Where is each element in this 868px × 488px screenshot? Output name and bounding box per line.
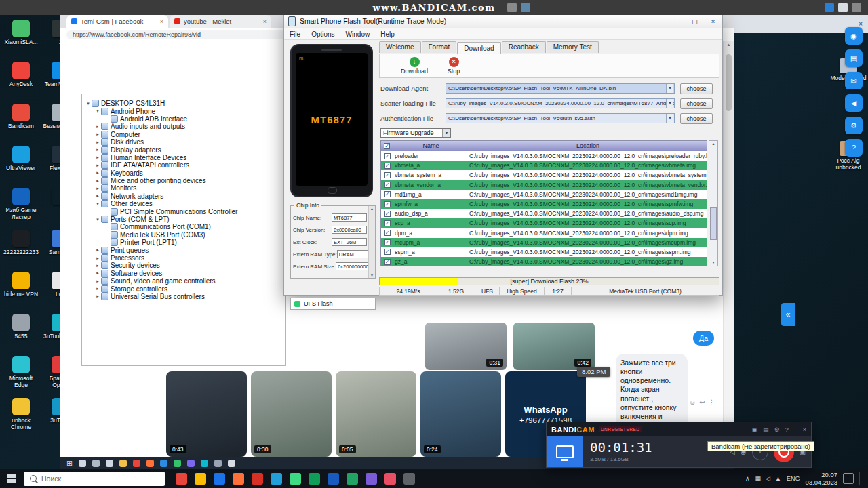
chat-action-icon[interactable]: ☺ — [689, 399, 696, 406]
toolbar-icon[interactable]: ▤ — [845, 49, 863, 67]
row-checkbox[interactable] — [381, 239, 393, 245]
file-path-input[interactable]: C:\Users\centl\Desktop\v.5\SP_Flash_Tool… — [446, 83, 675, 94]
toolbar-icon[interactable]: ◀ — [845, 94, 863, 112]
location-column-header[interactable]: Location — [469, 141, 707, 151]
taskbar-app-icon[interactable] — [79, 460, 86, 467]
choose-button[interactable]: choose — [680, 98, 713, 109]
desktop-shortcut[interactable]: 5455 — [1, 310, 41, 352]
taskbar-app-icon[interactable] — [309, 473, 320, 485]
desktop-shortcut[interactable]: XiaomiSLA... — [1, 16, 41, 58]
scroll-up-icon[interactable]: ▲ — [724, 41, 734, 49]
taskbar-app-icon[interactable] — [252, 473, 263, 485]
row-checkbox[interactable] — [381, 249, 393, 255]
tree-item[interactable]: ▸ Keyboards — [83, 169, 285, 177]
desktop-shortcut[interactable]: hide.me VPN — [1, 268, 41, 310]
flash-mode-select[interactable]: Firmware Upgrade — [380, 128, 451, 138]
tree-item[interactable]: ▸ Universal Serial Bus controllers — [83, 293, 285, 300]
tree-expander-icon[interactable]: ▸ — [94, 270, 101, 276]
taskbar-app-icon[interactable] — [233, 473, 244, 485]
scroll-up-icon[interactable]: ▲ — [709, 141, 717, 147]
taskbar-app-icon[interactable] — [92, 460, 100, 467]
tree-item[interactable]: PCI Simple Communications Controller — [83, 207, 285, 215]
scrollbar-thumb[interactable] — [726, 54, 732, 111]
partition-row[interactable]: spmfw_a C:\ruby_images_V14.0.3.0.SMOCNXM… — [381, 199, 707, 209]
toolbar-icon[interactable]: ? — [845, 139, 863, 157]
tree-expander-icon[interactable]: ▸ — [94, 147, 101, 152]
tray-icon[interactable]: ▦ — [755, 475, 762, 482]
desktop-shortcut[interactable]: Microsoft Edge — [1, 352, 41, 394]
tray-icon[interactable]: ▲ — [775, 475, 781, 482]
row-checkbox[interactable] — [381, 153, 393, 159]
close-icon[interactable]: × — [859, 20, 863, 28]
bandicam-toolbar-icon[interactable]: ⚙ — [774, 426, 780, 433]
partition-row[interactable]: mcupm_a C:\ruby_images_V14.0.3.0.SMOCNXM… — [381, 238, 707, 247]
flash-tool-tab[interactable]: Readback — [502, 41, 546, 53]
taskbar-app-icon[interactable] — [176, 473, 187, 485]
choose-button[interactable]: choose — [680, 83, 713, 94]
tree-expander-icon[interactable]: ▸ — [94, 186, 101, 191]
partition-row[interactable]: sspm_a C:\ruby_images_V14.0.3.0.SMOCNXM_… — [381, 247, 707, 257]
flash-tool-tab[interactable]: Memory Test — [547, 41, 599, 53]
taskbar-app-icon[interactable] — [119, 460, 127, 467]
video-thumbnail[interactable]: 0:30 — [251, 371, 332, 457]
chat-outgoing-message[interactable]: Да — [693, 331, 714, 346]
video-thumbnail[interactable]: 0:05 — [336, 371, 416, 457]
menu-item[interactable]: Window — [340, 30, 376, 38]
tree-expander-icon[interactable]: ▾ — [94, 201, 101, 207]
file-path-input[interactable]: C:\ruby_images_V14.0.3.0.SMOCNXM_2023022… — [446, 98, 675, 108]
toolbar-icon[interactable]: ⚙ — [845, 117, 863, 134]
partition-row[interactable]: scp_a C:\ruby_images_V14.0.3.0.SMOCNXM_2… — [381, 218, 707, 228]
row-checkbox[interactable] — [381, 182, 393, 188]
device-manager-tree[interactable]: ▾ DESKTOP-CS4L31H ▾ Android Phone Androi… — [81, 94, 286, 366]
tree-item[interactable]: ▸ Software devices — [83, 270, 285, 277]
page-scrollbar[interactable]: ▲ ▼ — [723, 41, 734, 458]
tray-icon[interactable]: ◁ — [766, 475, 770, 482]
desktop-shortcut[interactable]: AnyDesk — [1, 58, 41, 100]
tree-item[interactable]: ▸ Network adapters — [83, 192, 285, 200]
browser-tab-youtube[interactable]: youtube - Meklēt × — [170, 15, 271, 28]
toolbar-icon[interactable]: ◉ — [845, 27, 863, 45]
desktop-shortcut[interactable]: 22222222233 — [1, 226, 41, 268]
recording-target-button[interactable] — [547, 436, 583, 467]
video-thumbnail[interactable]: 0:31 — [425, 323, 507, 370]
partition-row[interactable]: vbmeta_system_a C:\ruby_images_V14.0.3.0… — [381, 170, 707, 180]
tree-item[interactable]: Android ADB Interface — [83, 115, 285, 123]
tree-expander-icon[interactable]: ▸ — [94, 131, 101, 137]
tree-expander-icon[interactable]: ▾ — [85, 101, 92, 106]
row-checkbox[interactable] — [381, 259, 393, 265]
taskbar-app-icon[interactable] — [347, 473, 358, 485]
chip-info-scrollbar[interactable]: ▲ ▼ — [368, 206, 375, 278]
collapse-chevron-button[interactable]: « — [781, 303, 795, 326]
minimize-icon[interactable] — [838, 3, 848, 12]
taskbar-app-icon[interactable] — [201, 460, 208, 467]
video-thumbnail[interactable]: 0:24 — [420, 371, 501, 457]
taskbar-app-icon[interactable] — [160, 460, 167, 467]
tree-expander-icon[interactable]: ▸ — [94, 140, 101, 145]
taskbar-app-icon[interactable] — [195, 473, 206, 485]
row-checkbox[interactable] — [381, 163, 393, 169]
name-column-header[interactable]: Name — [393, 141, 469, 151]
partition-row[interactable]: md1img_a C:\ruby_images_V14.0.3.0.SMOCNX… — [381, 190, 707, 199]
menu-item[interactable]: Help — [375, 30, 400, 38]
row-checkbox[interactable] — [381, 172, 393, 178]
language-indicator[interactable]: ENG — [787, 475, 800, 482]
row-checkbox[interactable] — [381, 211, 393, 217]
tree-expander-icon[interactable]: ▸ — [94, 247, 101, 253]
taskbar-clock[interactable]: 20:07 03.04.2023 — [805, 471, 837, 487]
taskbar-app-icon[interactable] — [214, 460, 222, 467]
taskbar-app-icon[interactable] — [290, 473, 301, 485]
tree-item[interactable]: ▾ Other devices — [83, 200, 285, 207]
flash-tool-titlebar[interactable]: Smart Phone Flash Tool(Runtime Trace Mod… — [284, 14, 722, 28]
flash-tool-tab[interactable]: Format — [422, 41, 457, 53]
taskbar-app-icon[interactable] — [228, 460, 235, 467]
close-tab-icon[interactable]: × — [160, 18, 163, 25]
tree-expander-icon[interactable]: ▸ — [94, 256, 101, 261]
browser-tab-facebook[interactable]: Temi Gsm | Facebook × — [66, 15, 168, 28]
scroll-up-icon[interactable]: ▲ — [370, 207, 374, 211]
video-thumbnail[interactable]: 0:42 — [513, 323, 595, 370]
flash-tool-tab[interactable]: Download — [457, 42, 500, 54]
tree-item[interactable]: MediaTek USB Port (COM3) — [83, 231, 285, 239]
video-thumbnail[interactable]: 0:43 — [166, 371, 247, 457]
chat-action-icon[interactable]: ⋮ — [709, 399, 715, 406]
row-checkbox[interactable] — [381, 220, 393, 226]
